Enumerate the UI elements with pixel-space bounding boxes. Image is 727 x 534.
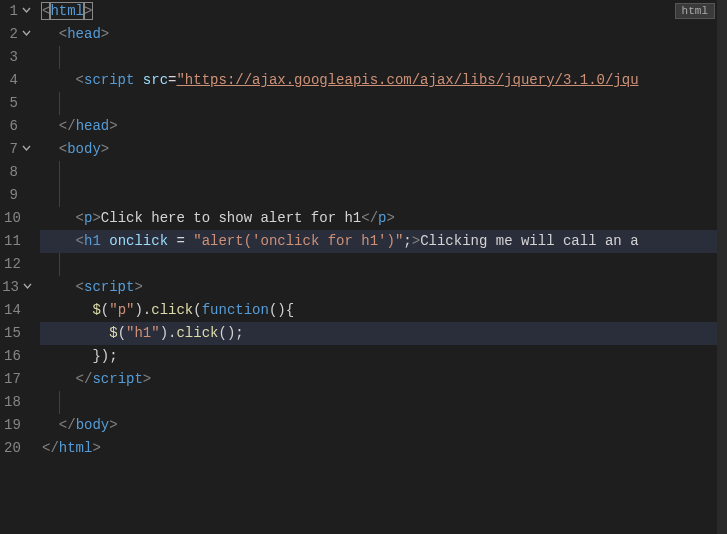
line-number: 13 <box>2 276 19 299</box>
code-line[interactable]: </head> <box>40 115 727 138</box>
line-number: 7 <box>10 138 18 161</box>
vertical-scrollbar[interactable] <box>717 0 727 534</box>
code-line[interactable]: <head> <box>40 23 727 46</box>
code-line[interactable]: <body> <box>40 138 727 161</box>
line-number: 17 <box>4 368 21 391</box>
code-line[interactable]: </body> <box>40 414 727 437</box>
code-area[interactable]: <html> <head> <script src="https://ajax.… <box>40 0 727 534</box>
code-line[interactable]: $("h1").click(); <box>40 322 727 345</box>
code-line[interactable] <box>40 92 727 115</box>
code-line[interactable] <box>40 184 727 207</box>
gutter-line: 1 <box>4 0 32 23</box>
line-number: 9 <box>10 184 18 207</box>
code-line[interactable]: <h1 onclick = "alert('onclick for h1')";… <box>40 230 727 253</box>
fold-icon[interactable] <box>23 283 32 292</box>
code-editor[interactable]: 1 2 3 4 5 6 7 8 9 10 11 12 13 14 15 16 1… <box>0 0 727 534</box>
line-gutter: 1 2 3 4 5 6 7 8 9 10 11 12 13 14 15 16 1… <box>0 0 40 534</box>
code-line[interactable] <box>40 253 727 276</box>
fold-icon[interactable] <box>22 7 32 16</box>
code-line[interactable] <box>40 161 727 184</box>
line-number: 18 <box>4 391 21 414</box>
code-line[interactable] <box>40 46 727 69</box>
line-number: 5 <box>10 92 18 115</box>
gutter-line: 2 <box>4 23 32 46</box>
code-line[interactable]: <html> <box>40 0 727 23</box>
line-number: 16 <box>4 345 21 368</box>
line-number: 1 <box>10 0 18 23</box>
code-line[interactable]: </script> <box>40 368 727 391</box>
code-line[interactable]: <script src="https://ajax.googleapis.com… <box>40 69 727 92</box>
code-line[interactable]: }); <box>40 345 727 368</box>
line-number: 3 <box>10 46 18 69</box>
gutter-line: 13 <box>4 276 32 299</box>
line-number: 10 <box>4 207 21 230</box>
line-number: 4 <box>10 69 18 92</box>
line-number: 6 <box>10 115 18 138</box>
line-number: 15 <box>4 322 21 345</box>
line-number: 20 <box>4 437 21 460</box>
code-line[interactable]: <p>Click here to show alert for h1</p> <box>40 207 727 230</box>
line-number: 2 <box>10 23 18 46</box>
line-number: 14 <box>4 299 21 322</box>
fold-icon[interactable] <box>22 145 32 154</box>
language-badge: html <box>675 3 715 19</box>
code-line[interactable]: $("p").click(function(){ <box>40 299 727 322</box>
code-line[interactable]: <script> <box>40 276 727 299</box>
line-number: 8 <box>10 161 18 184</box>
code-line[interactable] <box>40 391 727 414</box>
code-line[interactable]: </html> <box>40 437 727 460</box>
line-number: 19 <box>4 414 21 437</box>
line-number: 12 <box>4 253 21 276</box>
line-number: 11 <box>4 230 21 253</box>
fold-icon[interactable] <box>22 30 32 39</box>
gutter-line: 7 <box>4 138 32 161</box>
